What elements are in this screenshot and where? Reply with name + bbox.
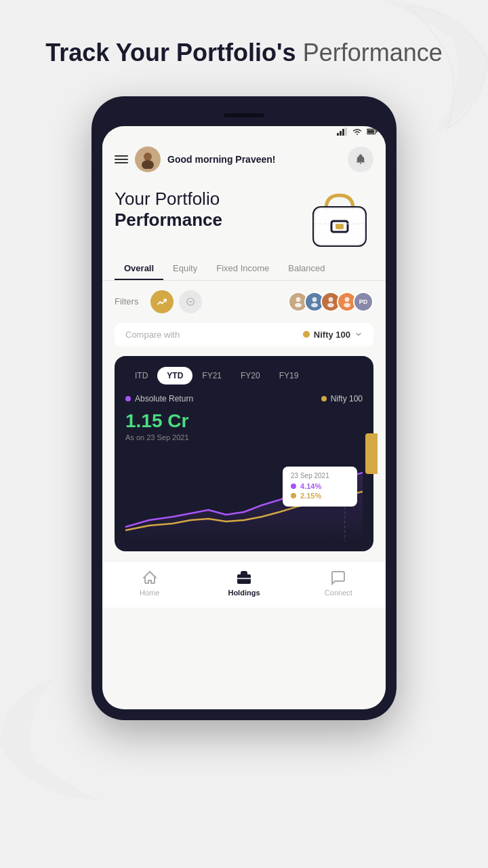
legend-nifty-label: Nifty 100: [331, 394, 363, 403]
svg-rect-3: [345, 127, 347, 136]
header-line2-bold: Portfolio's: [176, 39, 296, 66]
tooltip-value1: 4.14%: [300, 482, 321, 490]
tooltip-gold-dot: [291, 493, 296, 498]
legend-dot-purple: [125, 396, 131, 401]
portfolio-hero: Your Portfolio Performance: [102, 182, 386, 250]
battery-icon: [367, 127, 378, 136]
time-tab-fy21[interactable]: FY21: [192, 367, 231, 384]
legend-absolute: Absolute Return: [125, 394, 193, 403]
nav-left: Good morning Praveen!: [115, 146, 275, 172]
svg-rect-0: [337, 133, 339, 136]
nav-holdings-label: Holdings: [228, 589, 260, 597]
compare-row: Compare with Nifty 100: [115, 323, 373, 347]
avatar: [135, 146, 161, 172]
avatar-image: [138, 150, 157, 169]
bottom-nav: Home Holdings Connect: [102, 561, 386, 608]
tab-bar: Overall Equity Fixed Income Balanced: [102, 250, 386, 281]
compare-label: Compare with: [125, 330, 180, 340]
tooltip-row-2: 2.15%: [291, 492, 349, 500]
chart-legend: Absolute Return Nifty 100: [125, 394, 363, 403]
header-line2-light: Performance: [296, 39, 443, 66]
phone-screen: Good morning Praveen! Your Portfolio Per…: [102, 126, 386, 709]
phone-frame: Good morning Praveen! Your Portfolio Per…: [92, 96, 396, 720]
side-tab: [365, 433, 378, 474]
svg-point-20: [329, 297, 333, 302]
tooltip-row-1: 4.14%: [291, 482, 349, 490]
tab-equity[interactable]: Equity: [163, 258, 207, 280]
compare-index: Nifty 100: [314, 330, 350, 340]
legend-nifty: Nifty 100: [321, 394, 363, 403]
tab-balanced[interactable]: Balanced: [279, 258, 334, 280]
bell-icon: [354, 153, 367, 165]
home-icon: [142, 570, 158, 586]
time-tab-itd[interactable]: ITD: [125, 367, 157, 384]
filter-avatar-5[interactable]: PD: [353, 292, 373, 312]
menu-button[interactable]: [115, 155, 128, 163]
svg-point-18: [312, 297, 317, 302]
portfolio-title-line1: Your Portfolio: [115, 189, 220, 209]
filter-btn-active[interactable]: [150, 290, 174, 313]
wifi-icon: [352, 127, 363, 136]
time-tab-ytd[interactable]: YTD: [157, 367, 192, 384]
filters-row: Filters: [102, 281, 386, 323]
svg-rect-2: [342, 129, 344, 136]
svg-rect-12: [336, 224, 344, 229]
filter-left: Filters: [115, 290, 202, 313]
filters-label: Filters: [115, 296, 138, 307]
svg-point-19: [311, 302, 318, 307]
tooltip-purple-dot: [291, 484, 296, 489]
filter-btn-inactive[interactable]: [179, 290, 202, 313]
svg-rect-1: [340, 131, 342, 136]
svg-point-16: [296, 297, 301, 302]
portfolio-bag-icon: [306, 189, 373, 250]
nav-connect[interactable]: Connect: [291, 570, 386, 597]
speaker: [224, 113, 264, 117]
bg-deco-bottom-left: [0, 678, 102, 800]
svg-rect-5: [367, 130, 374, 133]
chart-card: ITD YTD FY21 FY20 FY19 Absolute Return N…: [115, 356, 373, 551]
briefcase-icon: [236, 570, 252, 586]
greeting-text: Good morning Praveen!: [167, 154, 275, 165]
tab-fixed-income[interactable]: Fixed Income: [207, 258, 279, 280]
tooltip-value2: 2.15%: [300, 492, 321, 500]
tooltip-date: 23 Sep 2021: [291, 472, 349, 479]
svg-point-21: [327, 302, 334, 307]
legend-dot-gold: [321, 396, 327, 401]
nifty-dot: [303, 331, 310, 338]
compare-value[interactable]: Nifty 100: [303, 330, 363, 340]
time-tab-fy20[interactable]: FY20: [231, 367, 270, 384]
svg-point-23: [344, 302, 350, 307]
chart-area: 23 Sep 2021 4.14% 2.15%: [125, 452, 363, 540]
nav-holdings[interactable]: Holdings: [197, 570, 291, 597]
portfolio-title: Your Portfolio Performance: [115, 189, 222, 231]
time-tab-fy19[interactable]: FY19: [270, 367, 308, 384]
page-header: Track Your Portfolio's Performance: [45, 37, 442, 69]
portfolio-title-line2: Performance: [115, 210, 222, 231]
tab-overall[interactable]: Overall: [115, 258, 163, 280]
notification-button[interactable]: [348, 146, 373, 172]
filter-avatars: PD: [288, 292, 373, 312]
return-value: 1.15 Cr: [125, 410, 363, 432]
top-nav: Good morning Praveen!: [102, 137, 386, 182]
nav-connect-label: Connect: [325, 589, 352, 597]
svg-rect-26: [237, 574, 251, 584]
time-tabs: ITD YTD FY21 FY20 FY19: [125, 367, 363, 384]
avatar-initials: PD: [359, 298, 368, 305]
svg-point-8: [142, 160, 154, 169]
signal-icon: [337, 127, 348, 136]
trend-icon: [157, 296, 167, 307]
chat-icon: [330, 570, 346, 586]
svg-point-7: [144, 153, 152, 161]
chevron-down-icon: [354, 330, 363, 338]
svg-rect-6: [376, 130, 378, 132]
svg-point-17: [295, 302, 302, 307]
header-line1: Track Your: [45, 39, 169, 66]
legend-absolute-label: Absolute Return: [135, 394, 193, 403]
chart-tooltip: 23 Sep 2021 4.14% 2.15%: [283, 467, 357, 507]
phone-notch: [102, 107, 386, 123]
status-bar: [102, 126, 386, 137]
filter-circle-icon: [186, 297, 195, 307]
nav-home[interactable]: Home: [102, 570, 197, 597]
return-date: As on 23 Sep 2021: [125, 433, 363, 441]
nav-home-label: Home: [140, 589, 159, 597]
